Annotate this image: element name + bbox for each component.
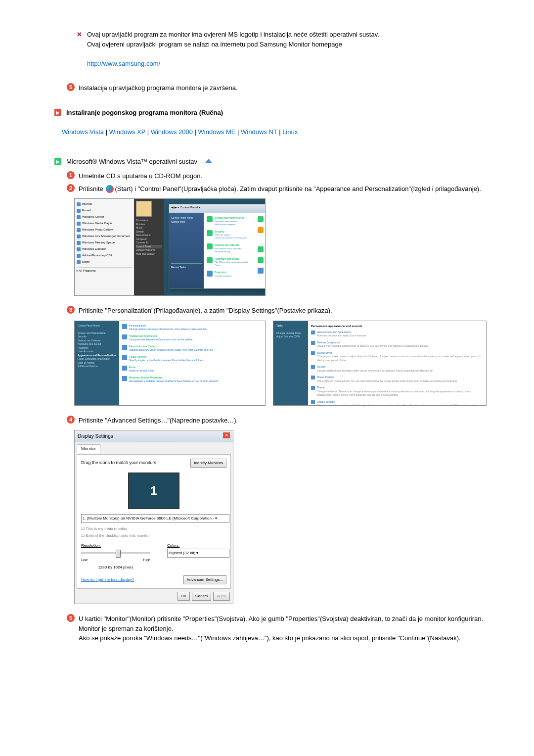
- link-me[interactable]: Windows ME: [198, 128, 236, 136]
- arrow-up-icon[interactable]: [205, 159, 212, 164]
- step-4-text: Pritisnite "Advanced Settings…"(Napredne…: [79, 416, 238, 425]
- screenshot-row-1: Internet E-mail Welcome Center Windows M…: [74, 198, 494, 296]
- step-1: 1 Umetnite CD s uputama u CD-ROM pogon.: [67, 171, 494, 181]
- arrow-right-icon: ▶: [54, 109, 61, 116]
- link-xp[interactable]: Windows XP: [109, 128, 145, 136]
- os-link-row: Windows Vista | Windows XP | Windows 200…: [62, 127, 494, 137]
- step-2-text: Pritisnite (Start) i "Control Panel"(Upr…: [79, 184, 481, 194]
- step-5-text: U kartici "Monitor"(Monitor) pritisnite …: [79, 615, 483, 632]
- samsung-url-link[interactable]: http://www.samsung.com/: [87, 60, 160, 67]
- screenshot-row-2: Control Panel Home System and Maintenanc…: [74, 321, 494, 406]
- ds-title: Display Settings: [78, 432, 113, 440]
- monitor-tab[interactable]: Monitor: [77, 444, 100, 454]
- link-vista[interactable]: Windows Vista: [62, 128, 104, 136]
- step-5-final-text: Instalacija upravljačkog programa monito…: [79, 83, 238, 93]
- number-1-icon: 1: [67, 171, 75, 179]
- section-header: ▶ Instaliranje pogonskog programa monito…: [54, 108, 494, 118]
- identify-monitors-button[interactable]: Identify Monitors: [190, 459, 226, 468]
- link-linux[interactable]: Linux: [282, 128, 298, 136]
- step-4: 4 Pritisnite "Advanced Settings…"(Napred…: [67, 416, 494, 425]
- monitor-select[interactable]: 1. (Multiple Monitors) on NVIDIA GeForce…: [81, 514, 229, 523]
- vista-subheader: ▶ Microsoft® Windows Vista™ operativni s…: [54, 157, 494, 167]
- advanced-settings-button[interactable]: Advanced Settings...: [183, 575, 226, 584]
- x-icon: ✕: [77, 30, 82, 68]
- windows-start-icon: [106, 185, 114, 193]
- colors-select[interactable]: Highest (32 bit) ▾: [167, 549, 229, 558]
- apply-button[interactable]: Apply: [213, 592, 230, 601]
- step-1-text: Umetnite CD s uputama u CD-ROM pogon.: [79, 171, 202, 181]
- extend-desktop-checkbox[interactable]: ☑ Extend the desktop onto this monitor: [81, 533, 226, 539]
- main-monitor-checkbox[interactable]: ☑ This is my main monitor: [81, 526, 226, 532]
- display-settings-window: Display Settings ✕ Monitor Drag the icon…: [74, 430, 233, 604]
- step-5: 5 U kartici "Monitor"(Monitor) pritisnit…: [67, 614, 494, 643]
- resolution-label: Resolution:: [81, 543, 150, 549]
- monitor-preview[interactable]: 1: [128, 472, 179, 509]
- help-link[interactable]: How do I get the best display?: [81, 577, 134, 583]
- appearance-screenshot: Control Panel Home System and Maintenanc…: [74, 321, 266, 406]
- step-3: 3 Pritisnite "Personalization"(Prilagođa…: [67, 306, 494, 316]
- cancel-button[interactable]: Cancel: [192, 592, 211, 601]
- link-2000[interactable]: Windows 2000: [151, 128, 193, 136]
- note-block: ✕ Ovaj upravljački program za monitor im…: [77, 30, 494, 68]
- note-text-2: Ovaj ovjereni upravljački program se nal…: [87, 41, 342, 48]
- ok-button[interactable]: OK: [178, 592, 190, 601]
- arrow-right-green-icon: ▶: [54, 158, 61, 165]
- step-5-final: 5 Instalacija upravljačkog programa moni…: [67, 83, 494, 93]
- start-menu-screenshot: Internet E-mail Welcome Center Windows M…: [74, 198, 266, 296]
- colors-label: Colors:: [167, 543, 226, 549]
- resolution-slider[interactable]: [81, 550, 150, 557]
- step-2: 2 Pritisnite (Start) i "Control Panel"(U…: [67, 184, 494, 194]
- number-4-icon: 4: [67, 416, 75, 424]
- note-text-1: Ovaj upravljački program za monitor ima …: [87, 31, 379, 38]
- step-5b-text: Ako se prikaže poruka "Windows needs…"("…: [79, 634, 461, 642]
- number-5-icon: 5: [67, 83, 75, 91]
- personalize-screenshot: Tasks Change desktop icons Adjust font s…: [273, 321, 487, 406]
- number-3-icon: 3: [67, 306, 75, 314]
- link-nt[interactable]: Windows NT: [241, 128, 277, 136]
- vista-header-text: Microsoft® Windows Vista™ operativni sus…: [66, 157, 197, 167]
- resolution-value: 1280 by 1024 pixels: [81, 565, 150, 570]
- number-2-icon: 2: [67, 184, 75, 192]
- drag-text: Drag the icons to match your monitors.: [81, 460, 158, 467]
- number-5-icon: 5: [67, 614, 75, 622]
- close-icon[interactable]: ✕: [223, 432, 230, 438]
- step-3-text: Pritisnite "Personalization"(Prilagođava…: [79, 306, 332, 316]
- section-title: Instaliranje pogonskog programa monitora…: [66, 108, 223, 118]
